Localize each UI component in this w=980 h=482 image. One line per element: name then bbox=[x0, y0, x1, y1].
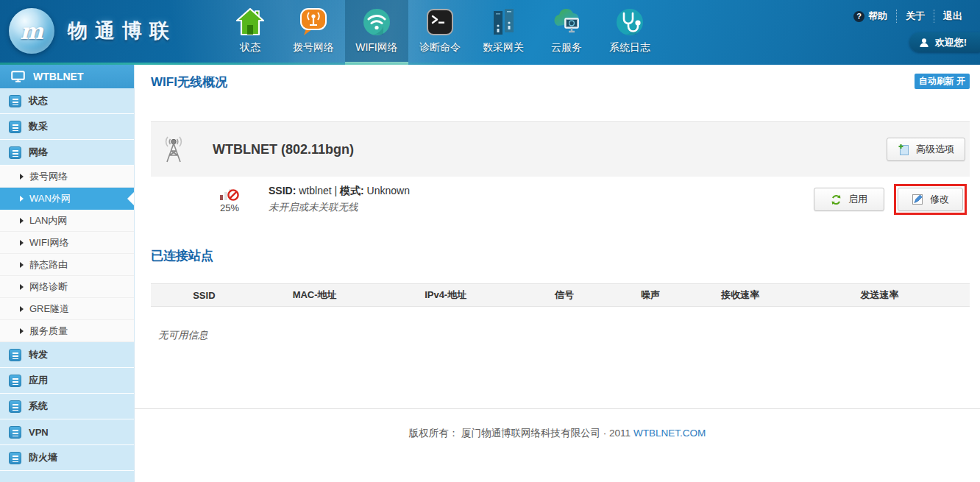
sidebar-item-status[interactable]: 状态 bbox=[0, 88, 134, 114]
nav-tab-system-log[interactable]: 系统日志 bbox=[598, 0, 661, 65]
sidebar-item-vpn[interactable]: VPN bbox=[0, 419, 134, 445]
sidebar-subitem-wan[interactable]: WAN外网 bbox=[0, 188, 134, 210]
gateway-icon bbox=[488, 4, 519, 40]
caret-right-icon bbox=[20, 218, 24, 224]
sidebar-item-data-collect[interactable]: 数采 bbox=[0, 114, 134, 140]
main-content: WIFI无线概况 自动刷新 开 WTBLNET (802.11bgn) bbox=[135, 65, 980, 482]
list-icon bbox=[9, 146, 21, 159]
sidebar-subitem-wifi[interactable]: WIFI网络 bbox=[0, 232, 134, 254]
home-icon bbox=[235, 4, 266, 40]
footer-link[interactable]: WTBLNET.COM bbox=[633, 428, 706, 439]
logo-sphere-icon: m bbox=[9, 8, 54, 54]
sidebar-hostname: WTBLNET bbox=[0, 65, 134, 88]
monitor-icon bbox=[11, 71, 25, 82]
antenna-icon bbox=[161, 134, 186, 165]
col-noise: 噪声 bbox=[609, 284, 691, 307]
sidebar-subitem-qos[interactable]: 服务质量 bbox=[0, 320, 134, 342]
sidebar-subitem-dial-network[interactable]: 拨号网络 bbox=[0, 166, 134, 188]
sidebar-subitem-gre-tunnel[interactable]: GRE隧道 bbox=[0, 298, 134, 320]
list-icon bbox=[9, 400, 21, 413]
signal-percent: 25% bbox=[220, 202, 239, 213]
about-link[interactable]: 关于 bbox=[896, 10, 934, 23]
sidebar-item-firewall[interactable]: 防火墙 bbox=[0, 445, 134, 471]
sidebar-subitem-lan[interactable]: LAN内网 bbox=[0, 210, 134, 232]
wifi-device-panel: WTBLNET (802.11bgn) 高级选项 bbox=[151, 121, 970, 177]
nav-tab-data-gateway[interactable]: 数采网关 bbox=[472, 0, 535, 65]
sidebar-item-network[interactable]: 网络 bbox=[0, 140, 134, 166]
caret-right-icon bbox=[20, 196, 24, 202]
enable-button[interactable]: 启用 bbox=[814, 188, 884, 211]
list-icon bbox=[9, 349, 21, 361]
nav-tab-dial-network[interactable]: 拨号网络 bbox=[282, 0, 345, 65]
logout-link[interactable]: 退出 bbox=[934, 10, 971, 23]
brand-logo: m 物通博联 bbox=[9, 8, 177, 54]
col-ssid: SSID bbox=[151, 284, 258, 307]
list-icon bbox=[9, 375, 21, 387]
sidebar-item-system[interactable]: 系统 bbox=[0, 394, 134, 419]
signal-indicator: 25% bbox=[214, 185, 245, 213]
wifi-status-text: 未开启或未关联无线 bbox=[269, 201, 410, 214]
caret-right-icon bbox=[20, 240, 24, 246]
col-signal: 信号 bbox=[519, 284, 609, 307]
nav-tab-diagnostic-command[interactable]: 诊断命令 bbox=[408, 0, 472, 65]
list-icon bbox=[9, 452, 21, 464]
caret-right-icon bbox=[20, 328, 24, 334]
top-header: m 物通博联 状态 bbox=[0, 0, 980, 65]
footer: 版权所有： 厦门物通博联网络科技有限公司 · 2011 WTBLNET.COM bbox=[135, 408, 980, 440]
brand-name: 物通博联 bbox=[68, 18, 177, 44]
caret-right-icon bbox=[20, 306, 24, 312]
sidebar-item-forward[interactable]: 转发 bbox=[0, 342, 134, 368]
user-icon bbox=[919, 38, 929, 48]
cloud-icon bbox=[550, 4, 583, 40]
no-info-text: 无可用信息 bbox=[158, 329, 970, 342]
copyright-text: 版权所有： 厦门物通博联网络科技有限公司 · 2011 bbox=[409, 428, 631, 439]
caret-right-icon bbox=[20, 174, 24, 180]
top-links: ? 帮助 关于 退出 bbox=[845, 10, 971, 23]
ssid-info: SSID: wtblnet | 模式: Unknown bbox=[269, 185, 410, 198]
dial-network-icon bbox=[298, 4, 329, 40]
help-icon: ? bbox=[853, 11, 864, 22]
stations-table: SSID MAC-地址 IPv4-地址 信号 噪声 接收速率 发送速率 bbox=[151, 283, 970, 307]
modify-button[interactable]: 修改 bbox=[898, 188, 963, 211]
list-icon bbox=[9, 121, 21, 133]
sidebar-subitem-net-diagnose[interactable]: 网络诊断 bbox=[0, 276, 134, 298]
col-mac: MAC-地址 bbox=[258, 284, 372, 307]
sidebar: WTBLNET 状态 数采 网络 拨号网络 WAN外网 bbox=[0, 65, 135, 482]
wifi-icon bbox=[361, 4, 392, 40]
terminal-icon bbox=[425, 4, 455, 40]
col-tx-rate: 发送速率 bbox=[789, 284, 970, 307]
stations-header-row: SSID MAC-地址 IPv4-地址 信号 噪声 接收速率 发送速率 bbox=[151, 284, 970, 307]
sidebar-subitem-static-route[interactable]: 静态路由 bbox=[0, 254, 134, 276]
sidebar-item-application[interactable]: 应用 bbox=[0, 368, 134, 394]
caret-right-icon bbox=[20, 284, 24, 290]
syslog-icon bbox=[614, 4, 645, 40]
list-icon bbox=[9, 426, 21, 439]
list-icon bbox=[9, 95, 21, 107]
stations-heading: 已连接站点 bbox=[151, 247, 970, 264]
main-nav: 状态 拨号网络 bbox=[219, 0, 661, 65]
nav-tab-wifi-network[interactable]: WIFI网络 bbox=[345, 0, 408, 65]
highlight-annotation: 修改 bbox=[894, 184, 967, 215]
advanced-options-button[interactable]: 高级选项 bbox=[887, 138, 965, 161]
wifi-ssid-row: 25% SSID: wtblnet | 模式: Unknown 未开启或未关联无… bbox=[151, 177, 970, 222]
page-title: WIFI无线概况 bbox=[151, 74, 227, 91]
no-signal-icon bbox=[219, 185, 240, 202]
wifi-device-heading: WTBLNET (802.11bgn) bbox=[213, 142, 354, 157]
refresh-icon bbox=[831, 194, 842, 205]
page-add-icon bbox=[898, 143, 909, 155]
auto-refresh-toggle[interactable]: 自动刷新 开 bbox=[915, 74, 970, 89]
sidebar-item-partial bbox=[0, 471, 134, 482]
edit-icon bbox=[912, 194, 923, 205]
router-admin-page: m 物通博联 状态 bbox=[0, 0, 980, 482]
col-ipv4: IPv4-地址 bbox=[372, 284, 519, 307]
col-rx-rate: 接收速率 bbox=[692, 284, 790, 307]
caret-right-icon bbox=[20, 262, 24, 268]
welcome-pill[interactable]: 欢迎您! bbox=[909, 32, 980, 52]
nav-tab-status[interactable]: 状态 bbox=[219, 0, 282, 65]
nav-tab-cloud-service[interactable]: 云服务 bbox=[535, 0, 598, 65]
help-link[interactable]: ? 帮助 bbox=[845, 10, 896, 23]
